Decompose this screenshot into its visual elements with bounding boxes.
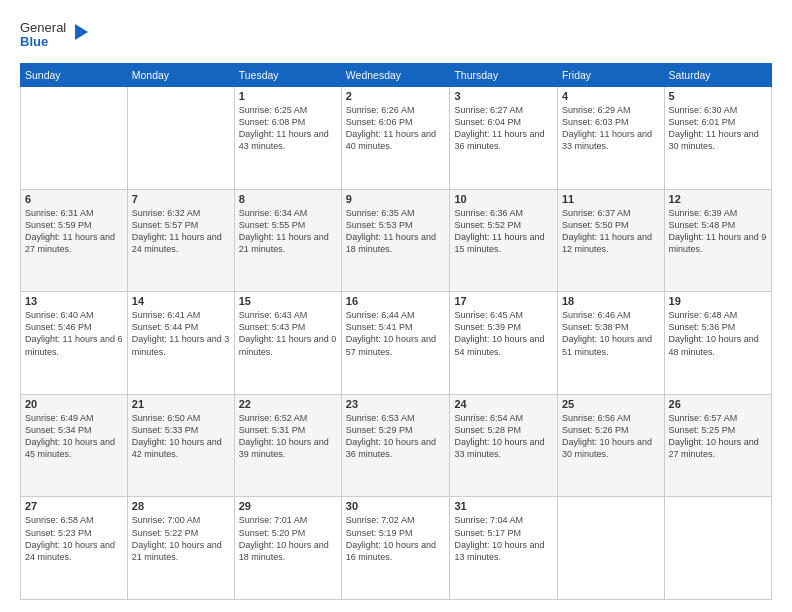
day-detail: Sunrise: 6:35 AM Sunset: 5:53 PM Dayligh… [346,207,446,256]
day-cell: 31Sunrise: 7:04 AM Sunset: 5:17 PM Dayli… [450,497,558,600]
col-header-friday: Friday [557,64,664,87]
day-detail: Sunrise: 6:32 AM Sunset: 5:57 PM Dayligh… [132,207,230,256]
day-detail: Sunrise: 6:41 AM Sunset: 5:44 PM Dayligh… [132,309,230,358]
day-detail: Sunrise: 6:45 AM Sunset: 5:39 PM Dayligh… [454,309,553,358]
day-cell [664,497,771,600]
day-number: 9 [346,193,446,205]
day-cell: 16Sunrise: 6:44 AM Sunset: 5:41 PM Dayli… [341,292,450,395]
day-number: 5 [669,90,767,102]
day-detail: Sunrise: 6:36 AM Sunset: 5:52 PM Dayligh… [454,207,553,256]
day-detail: Sunrise: 6:57 AM Sunset: 5:25 PM Dayligh… [669,412,767,461]
day-cell: 1Sunrise: 6:25 AM Sunset: 6:08 PM Daylig… [234,87,341,190]
page: GeneralBlue SundayMondayTuesdayWednesday… [0,0,792,612]
day-detail: Sunrise: 6:31 AM Sunset: 5:59 PM Dayligh… [25,207,123,256]
day-cell: 18Sunrise: 6:46 AM Sunset: 5:38 PM Dayli… [557,292,664,395]
day-number: 6 [25,193,123,205]
week-row-3: 13Sunrise: 6:40 AM Sunset: 5:46 PM Dayli… [21,292,772,395]
calendar-table: SundayMondayTuesdayWednesdayThursdayFrid… [20,63,772,600]
day-number: 28 [132,500,230,512]
day-number: 8 [239,193,337,205]
day-cell: 20Sunrise: 6:49 AM Sunset: 5:34 PM Dayli… [21,394,128,497]
day-number: 27 [25,500,123,512]
day-cell: 29Sunrise: 7:01 AM Sunset: 5:20 PM Dayli… [234,497,341,600]
day-cell: 28Sunrise: 7:00 AM Sunset: 5:22 PM Dayli… [127,497,234,600]
svg-marker-2 [75,24,88,40]
col-header-wednesday: Wednesday [341,64,450,87]
col-header-sunday: Sunday [21,64,128,87]
logo-icon: GeneralBlue [20,18,90,53]
day-cell: 5Sunrise: 6:30 AM Sunset: 6:01 PM Daylig… [664,87,771,190]
day-cell: 9Sunrise: 6:35 AM Sunset: 5:53 PM Daylig… [341,189,450,292]
week-row-5: 27Sunrise: 6:58 AM Sunset: 5:23 PM Dayli… [21,497,772,600]
day-number: 29 [239,500,337,512]
day-cell: 27Sunrise: 6:58 AM Sunset: 5:23 PM Dayli… [21,497,128,600]
day-number: 2 [346,90,446,102]
day-number: 26 [669,398,767,410]
calendar-header-row: SundayMondayTuesdayWednesdayThursdayFrid… [21,64,772,87]
day-number: 22 [239,398,337,410]
day-detail: Sunrise: 7:01 AM Sunset: 5:20 PM Dayligh… [239,514,337,563]
day-cell: 30Sunrise: 7:02 AM Sunset: 5:19 PM Dayli… [341,497,450,600]
day-detail: Sunrise: 6:26 AM Sunset: 6:06 PM Dayligh… [346,104,446,153]
day-cell: 24Sunrise: 6:54 AM Sunset: 5:28 PM Dayli… [450,394,558,497]
day-number: 15 [239,295,337,307]
day-cell [557,497,664,600]
day-cell: 17Sunrise: 6:45 AM Sunset: 5:39 PM Dayli… [450,292,558,395]
day-detail: Sunrise: 7:00 AM Sunset: 5:22 PM Dayligh… [132,514,230,563]
day-number: 14 [132,295,230,307]
day-cell: 8Sunrise: 6:34 AM Sunset: 5:55 PM Daylig… [234,189,341,292]
day-cell: 21Sunrise: 6:50 AM Sunset: 5:33 PM Dayli… [127,394,234,497]
week-row-2: 6Sunrise: 6:31 AM Sunset: 5:59 PM Daylig… [21,189,772,292]
day-cell: 15Sunrise: 6:43 AM Sunset: 5:43 PM Dayli… [234,292,341,395]
day-cell: 14Sunrise: 6:41 AM Sunset: 5:44 PM Dayli… [127,292,234,395]
day-number: 24 [454,398,553,410]
day-cell [127,87,234,190]
day-cell: 26Sunrise: 6:57 AM Sunset: 5:25 PM Dayli… [664,394,771,497]
day-cell: 4Sunrise: 6:29 AM Sunset: 6:03 PM Daylig… [557,87,664,190]
day-cell: 25Sunrise: 6:56 AM Sunset: 5:26 PM Dayli… [557,394,664,497]
day-number: 31 [454,500,553,512]
svg-text:General: General [20,20,66,35]
day-number: 30 [346,500,446,512]
day-number: 25 [562,398,660,410]
day-number: 12 [669,193,767,205]
day-detail: Sunrise: 6:39 AM Sunset: 5:48 PM Dayligh… [669,207,767,256]
col-header-monday: Monday [127,64,234,87]
week-row-1: 1Sunrise: 6:25 AM Sunset: 6:08 PM Daylig… [21,87,772,190]
day-detail: Sunrise: 6:52 AM Sunset: 5:31 PM Dayligh… [239,412,337,461]
day-detail: Sunrise: 6:40 AM Sunset: 5:46 PM Dayligh… [25,309,123,358]
day-cell: 3Sunrise: 6:27 AM Sunset: 6:04 PM Daylig… [450,87,558,190]
day-detail: Sunrise: 6:46 AM Sunset: 5:38 PM Dayligh… [562,309,660,358]
day-cell: 13Sunrise: 6:40 AM Sunset: 5:46 PM Dayli… [21,292,128,395]
day-cell: 6Sunrise: 6:31 AM Sunset: 5:59 PM Daylig… [21,189,128,292]
day-number: 19 [669,295,767,307]
day-detail: Sunrise: 6:48 AM Sunset: 5:36 PM Dayligh… [669,309,767,358]
day-detail: Sunrise: 6:29 AM Sunset: 6:03 PM Dayligh… [562,104,660,153]
day-cell: 19Sunrise: 6:48 AM Sunset: 5:36 PM Dayli… [664,292,771,395]
day-cell: 10Sunrise: 6:36 AM Sunset: 5:52 PM Dayli… [450,189,558,292]
day-cell: 23Sunrise: 6:53 AM Sunset: 5:29 PM Dayli… [341,394,450,497]
day-number: 17 [454,295,553,307]
col-header-saturday: Saturday [664,64,771,87]
day-detail: Sunrise: 6:37 AM Sunset: 5:50 PM Dayligh… [562,207,660,256]
day-cell: 12Sunrise: 6:39 AM Sunset: 5:48 PM Dayli… [664,189,771,292]
day-cell [21,87,128,190]
day-number: 10 [454,193,553,205]
day-number: 3 [454,90,553,102]
col-header-thursday: Thursday [450,64,558,87]
day-cell: 22Sunrise: 6:52 AM Sunset: 5:31 PM Dayli… [234,394,341,497]
day-number: 16 [346,295,446,307]
day-detail: Sunrise: 6:50 AM Sunset: 5:33 PM Dayligh… [132,412,230,461]
day-number: 1 [239,90,337,102]
day-detail: Sunrise: 7:02 AM Sunset: 5:19 PM Dayligh… [346,514,446,563]
week-row-4: 20Sunrise: 6:49 AM Sunset: 5:34 PM Dayli… [21,394,772,497]
day-detail: Sunrise: 6:44 AM Sunset: 5:41 PM Dayligh… [346,309,446,358]
day-detail: Sunrise: 6:56 AM Sunset: 5:26 PM Dayligh… [562,412,660,461]
day-detail: Sunrise: 6:30 AM Sunset: 6:01 PM Dayligh… [669,104,767,153]
day-number: 11 [562,193,660,205]
header: GeneralBlue [20,18,772,53]
day-cell: 11Sunrise: 6:37 AM Sunset: 5:50 PM Dayli… [557,189,664,292]
day-number: 18 [562,295,660,307]
svg-text:Blue: Blue [20,34,48,49]
day-detail: Sunrise: 6:54 AM Sunset: 5:28 PM Dayligh… [454,412,553,461]
